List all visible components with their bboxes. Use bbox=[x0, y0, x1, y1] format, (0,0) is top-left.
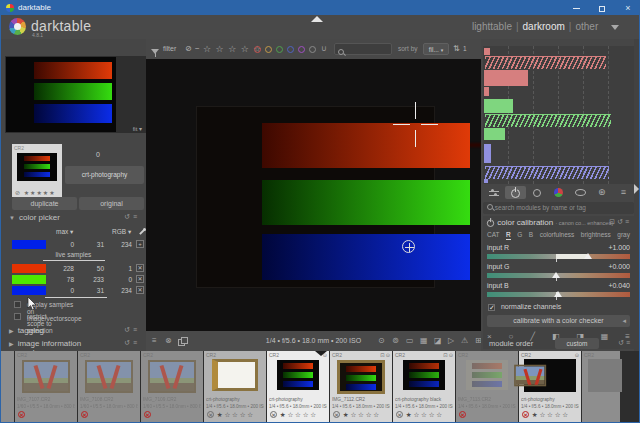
module-title[interactable]: color calibration bbox=[497, 218, 553, 227]
tab-r[interactable]: R bbox=[506, 231, 511, 240]
input-r-slider[interactable]: input R+1.000 bbox=[487, 244, 630, 261]
current-sample-swatch[interactable] bbox=[12, 240, 46, 249]
tagging-section-header[interactable]: ▶tagging bbox=[9, 326, 44, 335]
tab-b[interactable]: B bbox=[529, 231, 533, 240]
reset-icon[interactable]: ↺ bbox=[124, 213, 133, 220]
tab-gray[interactable]: gray bbox=[617, 231, 630, 240]
zoom-level-dropdown[interactable]: fit ▾ bbox=[133, 125, 142, 132]
reset-icon[interactable]: ↺ bbox=[124, 326, 133, 333]
warning-icon[interactable]: ⚠ bbox=[461, 331, 468, 351]
basic-group-icon[interactable] bbox=[526, 186, 548, 199]
focus-peaking-icon[interactable]: ⊙ bbox=[378, 331, 385, 351]
color-label-gray[interactable] bbox=[309, 46, 316, 53]
right-panel-edge[interactable] bbox=[634, 39, 639, 351]
duplicate-button[interactable]: duplicate bbox=[12, 197, 77, 210]
power-group-icon[interactable] bbox=[505, 186, 527, 199]
sample-swatch[interactable] bbox=[12, 264, 46, 273]
color-label-green[interactable] bbox=[276, 46, 283, 53]
picker-mode-dropdown[interactable]: max ▾ bbox=[56, 228, 73, 236]
eyedropper-icon[interactable] bbox=[138, 228, 146, 237]
filmstrip-thumbnail[interactable]: CR2 IMG_7107.CR2 1/60 • f/5.5 • 18.0mm •… bbox=[15, 351, 77, 422]
close-button[interactable]: × bbox=[615, 1, 640, 15]
duplicates-icon[interactable] bbox=[178, 337, 186, 345]
overexposed-icon[interactable]: ◪ bbox=[434, 331, 442, 351]
star-rating[interactable]: ★ ☆ ☆ ☆ ☆ bbox=[519, 411, 581, 419]
navigation-preview[interactable]: fit ▾ bbox=[5, 56, 146, 133]
minimize-button[interactable] bbox=[563, 1, 589, 15]
display-samples-checkbox[interactable] bbox=[14, 301, 21, 308]
filmstrip-thumbnail[interactable]: CR2 crt-photography 1/4 • f/5.6 • 18.0mm… bbox=[204, 351, 266, 422]
presets-icon[interactable]: ≡ bbox=[133, 326, 140, 333]
reject-badge[interactable]: ✕ bbox=[459, 411, 466, 418]
filmstrip-thumbnail[interactable]: CR2 IMG_7109.CR2 1/60 • f/5.5 • 18.0mm •… bbox=[141, 351, 203, 422]
color-group-icon[interactable] bbox=[548, 186, 570, 199]
view-other[interactable]: other bbox=[575, 21, 598, 32]
color-label-union-icon[interactable]: ∪ bbox=[321, 39, 327, 59]
effects-group-icon[interactable]: ⊛ bbox=[591, 186, 613, 199]
presets-icon[interactable]: ≡ bbox=[133, 213, 140, 220]
version-name-field[interactable]: crt-photography bbox=[65, 166, 144, 184]
collapse-top-panel-arrow[interactable] bbox=[311, 16, 323, 22]
color-label-purple[interactable] bbox=[298, 46, 305, 53]
sort-field-dropdown[interactable]: fil... ▾ bbox=[423, 43, 449, 55]
input-g-slider[interactable]: input G+0.000 bbox=[487, 263, 630, 280]
presets-icon[interactable]: ≡ bbox=[625, 218, 631, 225]
reject-badge[interactable]: ✕ bbox=[81, 411, 88, 418]
presets-icon[interactable]: ≡ bbox=[626, 339, 632, 346]
reset-icon[interactable]: ↺ bbox=[617, 218, 625, 225]
sample-swatch[interactable] bbox=[12, 275, 46, 284]
reset-icon[interactable]: ↺ bbox=[124, 339, 133, 346]
normalize-channels-checkbox[interactable] bbox=[488, 304, 495, 311]
presets-icon[interactable]: ≡ bbox=[133, 339, 140, 346]
tab-g[interactable]: G bbox=[517, 231, 522, 240]
filmstrip-thumbnail[interactable]: CR2 IMG_7113.CR2 1/4 • f/5.6 • 18.0mm • … bbox=[456, 351, 518, 422]
filmstrip-thumbnail[interactable]: CR2 ⊙ crt-photography 1/4 • f/5.6 • 18.0… bbox=[519, 351, 581, 422]
gamut-check-icon[interactable]: ▦ bbox=[420, 331, 428, 351]
star-rating[interactable]: ★ ☆ ☆ ☆ ☆ bbox=[267, 411, 329, 419]
sort-direction-icon[interactable]: ⇅ bbox=[453, 39, 460, 59]
duplicate-thumbnail[interactable]: CR2 ⊘ ★★★★★ bbox=[12, 144, 62, 197]
module-search-input[interactable]: search modules by name or tag bbox=[483, 202, 634, 214]
picker-space-dropdown[interactable]: RGB ▾ bbox=[112, 228, 131, 236]
histogram-waveform-scope[interactable] bbox=[483, 46, 634, 184]
delete-sample-button[interactable]: ✕ bbox=[136, 275, 144, 283]
filmstrip-partial-cell[interactable]: CR2 bbox=[582, 351, 620, 422]
add-sample-button[interactable]: + bbox=[136, 240, 144, 248]
module-power-icon[interactable] bbox=[487, 219, 494, 226]
maximize-button[interactable] bbox=[589, 1, 615, 15]
duplicate-rating[interactable]: ⊘ ★★★★★ bbox=[15, 189, 56, 196]
calibrate-color-checker-button[interactable]: calibrate with a color checker◂ bbox=[487, 315, 630, 327]
color-label-yellow[interactable] bbox=[265, 46, 272, 53]
filter-funnel-icon[interactable] bbox=[151, 45, 160, 55]
tab-colorfulness[interactable]: colorfulness bbox=[540, 231, 575, 240]
module-order-preset-button[interactable]: custom bbox=[555, 338, 599, 349]
filmstrip-thumbnail[interactable]: CR2 ⊡ ⊙ crt-photography black 1/4 • f/5.… bbox=[393, 351, 455, 422]
color-assessment-icon[interactable]: ⊚ bbox=[392, 331, 399, 351]
star-rating[interactable]: ★ ☆ ☆ ☆ ☆ bbox=[330, 411, 392, 419]
star-rating[interactable]: ★ ☆ ☆ ☆ ☆ bbox=[393, 411, 455, 419]
sample-swatch[interactable] bbox=[12, 286, 46, 295]
snapshots-icon[interactable]: ⊗ bbox=[165, 331, 172, 351]
raw-overexposed-icon[interactable]: ▭ bbox=[406, 331, 414, 351]
slider-handle[interactable] bbox=[554, 291, 562, 297]
presets-menu-icon[interactable]: ≡ bbox=[152, 331, 157, 351]
range-filter-icon[interactable]: − bbox=[195, 39, 200, 59]
correct-group-icon[interactable] bbox=[569, 186, 591, 199]
softproof-icon[interactable]: ▷ bbox=[448, 331, 454, 351]
active-modules-group-icon[interactable] bbox=[483, 186, 505, 199]
color-picker-section-header[interactable]: ▼color picker bbox=[9, 213, 60, 222]
darkroom-canvas[interactable] bbox=[146, 59, 481, 331]
reject-badge[interactable]: ✕ bbox=[18, 411, 25, 418]
reset-icon[interactable]: ↺ bbox=[618, 339, 626, 346]
delete-sample-button[interactable]: ✕ bbox=[136, 286, 144, 294]
image-information-section-header[interactable]: ▶image information bbox=[9, 339, 81, 348]
original-button[interactable]: original bbox=[79, 197, 144, 210]
filmstrip-thumbnail[interactable]: CR2 ⊡ ⊙ IMG_7112.CR2 1/4 • f/5.6 • 18.0m… bbox=[330, 351, 392, 422]
views-dropdown-icon[interactable] bbox=[611, 25, 619, 30]
multi-instance-icon[interactable]: ⊡ bbox=[609, 218, 617, 225]
groups-menu-icon[interactable]: ≡ bbox=[612, 186, 634, 199]
slider-handle[interactable] bbox=[584, 253, 592, 259]
tab-brightness[interactable]: brightness bbox=[581, 231, 611, 240]
search-input[interactable] bbox=[334, 43, 392, 55]
reject-badge[interactable]: ✕ bbox=[144, 411, 151, 418]
